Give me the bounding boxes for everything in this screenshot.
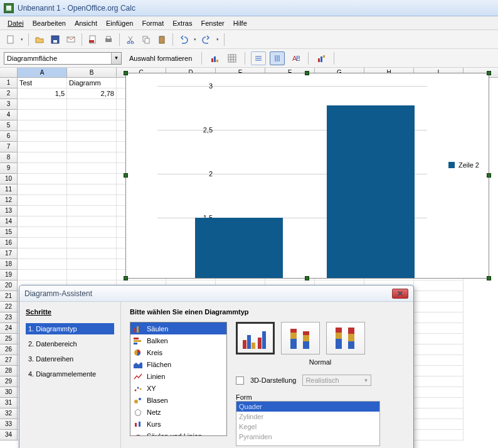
cell[interactable] — [67, 110, 117, 120]
menu-bearbeiten[interactable]: Bearbeiten — [29, 18, 70, 29]
menu-einfuegen[interactable]: Einfügen — [102, 18, 137, 29]
cut-icon[interactable] — [124, 33, 137, 46]
row-header[interactable]: 10 — [0, 174, 18, 184]
type-kurs[interactable]: Kurs — [130, 418, 226, 430]
3d-checkbox[interactable] — [236, 376, 244, 385]
col-header-b[interactable]: B — [67, 68, 117, 77]
undo-dropdown-icon[interactable]: ▾ — [193, 33, 198, 46]
row-header[interactable]: 6 — [0, 131, 18, 142]
redo-icon[interactable] — [199, 33, 213, 46]
row-header[interactable]: 11 — [0, 184, 18, 195]
row-header[interactable]: 7 — [0, 142, 18, 152]
row-header[interactable]: 29 — [0, 376, 18, 387]
grid-v-toggle[interactable] — [270, 51, 285, 65]
type-netz[interactable]: Netz — [130, 406, 226, 418]
redo-dropdown-icon[interactable]: ▾ — [215, 33, 220, 46]
email-icon[interactable] — [64, 33, 78, 46]
cell[interactable] — [414, 366, 464, 376]
resize-handle[interactable] — [487, 173, 491, 178]
type-balken[interactable]: Balken — [130, 334, 226, 346]
step-4[interactable]: 4. Diagrammelemente — [26, 368, 114, 380]
cell[interactable] — [414, 430, 464, 440]
row-header[interactable]: 28 — [0, 366, 18, 376]
chevron-down-icon[interactable]: ▼ — [111, 53, 121, 64]
resize-handle[interactable] — [305, 71, 309, 75]
cell[interactable] — [18, 152, 67, 163]
menu-format[interactable]: Format — [138, 18, 167, 29]
row-header[interactable]: 9 — [0, 163, 18, 174]
type-kreis[interactable]: Kreis — [130, 346, 226, 358]
subtype-percent[interactable] — [326, 322, 365, 355]
row-header[interactable]: 4 — [0, 110, 18, 120]
cell[interactable] — [67, 270, 117, 280]
select-all-corner[interactable] — [0, 68, 18, 77]
cell[interactable] — [67, 142, 117, 152]
cell[interactable] — [414, 291, 464, 302]
row-header[interactable]: 26 — [0, 344, 18, 355]
close-icon[interactable]: ✕ — [392, 289, 408, 299]
cell[interactable] — [414, 344, 464, 355]
step-1[interactable]: 1. Diagrammtyp — [26, 323, 114, 334]
row-header[interactable]: 2 — [0, 88, 18, 99]
resize-handle[interactable] — [487, 71, 491, 75]
chart-element-input[interactable] — [4, 53, 111, 63]
cell[interactable] — [18, 248, 67, 259]
cell[interactable] — [18, 163, 67, 174]
cell[interactable] — [414, 387, 464, 398]
row-header[interactable]: 3 — [0, 99, 18, 110]
legend-icon[interactable] — [314, 51, 328, 65]
cell[interactable] — [18, 110, 67, 120]
cell[interactable] — [67, 99, 117, 110]
cell[interactable] — [67, 227, 117, 238]
format-selection-button[interactable]: Auswahl formatieren — [125, 53, 196, 64]
menu-fenster[interactable]: Fenster — [197, 18, 228, 29]
cell[interactable] — [18, 238, 67, 248]
cell[interactable] — [18, 184, 67, 195]
cell[interactable]: Test — [18, 78, 67, 88]
type-linien[interactable]: Linien — [130, 370, 226, 382]
chart-element-combo[interactable]: ▼ — [4, 52, 122, 65]
row-header[interactable]: 15 — [0, 227, 18, 238]
col-header-a[interactable]: A — [18, 68, 67, 77]
menu-extras[interactable]: Extras — [169, 18, 196, 29]
resize-handle[interactable] — [124, 276, 128, 280]
type-saulen[interactable]: Säulen — [130, 323, 226, 334]
row-header[interactable]: 33 — [0, 419, 18, 430]
type-blasen[interactable]: Blasen — [130, 394, 226, 406]
new-dropdown-icon[interactable]: ▾ — [19, 33, 24, 46]
data-table-icon[interactable] — [225, 51, 239, 65]
resize-handle[interactable] — [124, 71, 128, 75]
resize-handle[interactable] — [487, 276, 491, 280]
cell[interactable] — [414, 408, 464, 419]
cell[interactable] — [414, 312, 464, 323]
row-header[interactable]: 12 — [0, 195, 18, 206]
cell[interactable] — [18, 131, 67, 142]
row-header[interactable]: 5 — [0, 120, 18, 131]
step-2[interactable]: 2. Datenbereich — [26, 338, 114, 349]
cell[interactable] — [414, 355, 464, 366]
cell[interactable] — [18, 216, 67, 227]
cell[interactable] — [414, 280, 464, 291]
copy-icon[interactable] — [139, 33, 153, 46]
row-header[interactable]: 20 — [0, 280, 18, 291]
menu-datei[interactable]: Datei — [4, 18, 28, 29]
resize-handle[interactable] — [124, 173, 128, 178]
new-document-icon[interactable] — [4, 33, 18, 46]
cell[interactable] — [67, 206, 117, 216]
paste-icon[interactable] — [155, 33, 169, 46]
row-header[interactable]: 19 — [0, 270, 18, 280]
cell[interactable] — [67, 163, 117, 174]
cell[interactable] — [67, 120, 117, 131]
cell[interactable]: Diagramm — [67, 78, 117, 88]
cell[interactable] — [18, 142, 67, 152]
cell[interactable] — [414, 398, 464, 408]
step-3[interactable]: 3. Datenreihen — [26, 353, 114, 365]
undo-icon[interactable] — [177, 33, 191, 46]
row-header[interactable]: 18 — [0, 259, 18, 270]
cell[interactable] — [67, 174, 117, 184]
export-pdf-icon[interactable] — [86, 33, 100, 46]
row-header[interactable]: 21 — [0, 291, 18, 302]
cell[interactable] — [67, 184, 117, 195]
chart-type-icon[interactable] — [208, 51, 221, 65]
cell[interactable] — [414, 334, 464, 344]
